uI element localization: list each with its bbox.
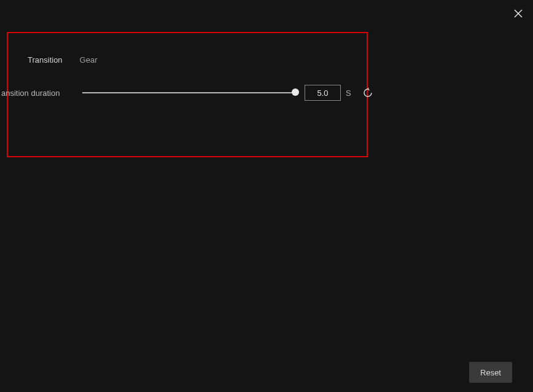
reset-icon <box>363 88 373 98</box>
duration-unit-label: S <box>346 88 351 98</box>
duration-slider[interactable] <box>82 87 296 99</box>
duration-input[interactable] <box>305 85 341 101</box>
duration-label: ansition duration <box>1 88 69 98</box>
duration-row: ansition duration S <box>0 86 373 100</box>
slider-track <box>82 92 296 93</box>
reset-duration-button[interactable] <box>362 87 373 98</box>
slider-thumb[interactable] <box>292 88 299 96</box>
reset-button[interactable]: Reset <box>469 362 512 383</box>
tab-gear[interactable]: Gear <box>80 54 98 66</box>
close-icon <box>514 9 523 18</box>
close-button[interactable] <box>511 6 526 21</box>
tabs-container: Transition Gear <box>28 54 98 66</box>
tab-transition[interactable]: Transition <box>28 54 63 66</box>
